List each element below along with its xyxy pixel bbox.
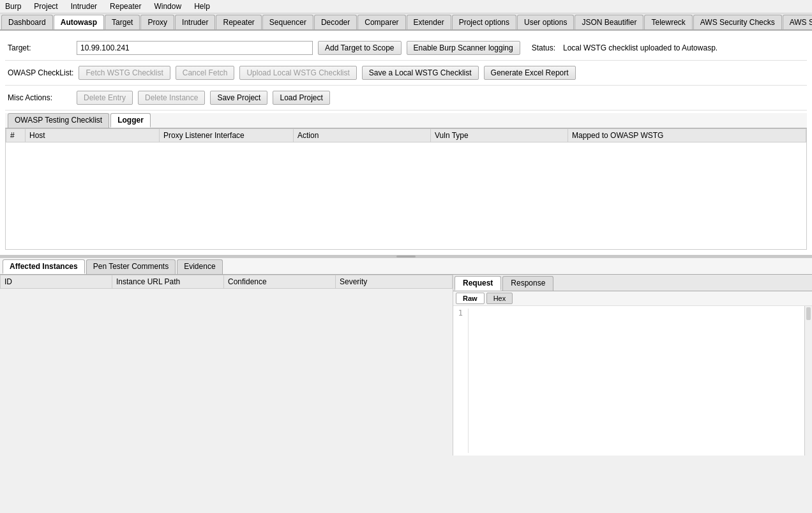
menu-burp[interactable]: Burp bbox=[3, 1, 24, 11]
col-id: ID bbox=[1, 275, 112, 289]
tab-intruder[interactable]: Intruder bbox=[175, 15, 215, 29]
bottom-pane: Affected Instances Pen Tester Comments E… bbox=[0, 257, 812, 456]
menu-window[interactable]: Window bbox=[151, 1, 184, 11]
col-severity: Severity bbox=[336, 275, 453, 289]
tab-evidence[interactable]: Evidence bbox=[177, 259, 222, 274]
tab-proxy[interactable]: Proxy bbox=[140, 15, 174, 29]
line-numbers: 1 bbox=[456, 309, 469, 453]
request-text-content bbox=[474, 309, 809, 453]
misc-actions-label: Misc Actions: bbox=[8, 93, 71, 102]
tab-pen-tester-comments[interactable]: Pen Tester Comments bbox=[86, 259, 176, 274]
logger-table: # Host Proxy Listener Interface Action V… bbox=[6, 128, 806, 142]
enable-logging-button[interactable]: Enable Burp Scanner logging bbox=[407, 41, 520, 55]
tab-autowasp[interactable]: Autowasp bbox=[54, 15, 104, 31]
owasp-checklist-label: OWASP CheckList: bbox=[8, 68, 73, 77]
subtab-raw[interactable]: Raw bbox=[456, 293, 485, 304]
target-row: Target: Add Target to Scope Enable Burp … bbox=[5, 36, 807, 61]
instances-table-container: ID Instance URL Path Confidence Severity bbox=[0, 275, 453, 456]
tab-owasp-testing-checklist[interactable]: OWASP Testing Checklist bbox=[8, 113, 109, 128]
owasp-checklist-row: OWASP CheckList: Fetch WSTG Checklist Ca… bbox=[5, 61, 807, 86]
col-instance-url: Instance URL Path bbox=[112, 275, 224, 289]
target-input[interactable] bbox=[77, 41, 313, 55]
fetch-wstg-button[interactable]: Fetch WSTG Checklist bbox=[79, 66, 170, 80]
col-mapped-owasp: Mapped to OWASP WSTG bbox=[568, 129, 806, 142]
main-content: Target: Add Target to Scope Enable Burp … bbox=[0, 31, 812, 255]
col-vuln-type: Vuln Type bbox=[431, 129, 568, 142]
inner-tab-bar: OWASP Testing Checklist Logger bbox=[5, 113, 807, 128]
add-target-button[interactable]: Add Target to Scope bbox=[318, 41, 402, 55]
menu-bar: Burp Project Intruder Repeater Window He… bbox=[0, 0, 812, 13]
tab-request[interactable]: Request bbox=[455, 276, 501, 291]
line-number-1: 1 bbox=[456, 309, 463, 318]
status-label: Status: bbox=[532, 43, 555, 52]
tab-dashboard[interactable]: Dashboard bbox=[1, 15, 53, 29]
tab-decoder[interactable]: Decoder bbox=[314, 15, 357, 29]
col-host: Host bbox=[26, 129, 160, 142]
tab-user-options[interactable]: User options bbox=[517, 15, 574, 29]
tab-target[interactable]: Target bbox=[105, 15, 140, 29]
col-number: # bbox=[6, 129, 26, 142]
instances-table: ID Instance URL Path Confidence Severity bbox=[0, 275, 453, 289]
tab-affected-instances[interactable]: Affected Instances bbox=[3, 259, 85, 274]
tab-aws-signer[interactable]: AWS Signer bbox=[783, 15, 812, 29]
bottom-tab-bar: Affected Instances Pen Tester Comments E… bbox=[0, 258, 812, 275]
upload-wstg-button[interactable]: Upload Local WSTG Checklist bbox=[239, 66, 356, 80]
cancel-fetch-button[interactable]: Cancel Fetch bbox=[176, 66, 235, 80]
logger-table-container: # Host Proxy Listener Interface Action V… bbox=[5, 128, 807, 250]
request-sub-tab-bar: Raw Hex bbox=[453, 291, 812, 306]
tab-aws-security[interactable]: AWS Security Checks bbox=[693, 15, 782, 29]
col-action: Action bbox=[294, 129, 431, 142]
tab-logger[interactable]: Logger bbox=[110, 113, 151, 128]
target-label: Target: bbox=[8, 43, 71, 52]
save-wstg-button[interactable]: Save a Local WSTG Checklist bbox=[362, 66, 479, 80]
generate-excel-button[interactable]: Generate Excel Report bbox=[484, 66, 576, 80]
tab-response[interactable]: Response bbox=[502, 276, 553, 291]
menu-help[interactable]: Help bbox=[192, 1, 213, 11]
vertical-scrollbar[interactable] bbox=[804, 306, 812, 456]
request-pane: Request Response Raw Hex 1 bbox=[453, 275, 812, 456]
delete-instance-button[interactable]: Delete Instance bbox=[138, 91, 205, 105]
save-project-button[interactable]: Save Project bbox=[210, 91, 267, 105]
request-tab-bar: Request Response bbox=[453, 275, 812, 291]
subtab-hex[interactable]: Hex bbox=[486, 293, 513, 304]
col-proxy-listener: Proxy Listener Interface bbox=[160, 129, 294, 142]
request-content-area: 1 bbox=[453, 306, 812, 456]
delete-entry-button[interactable]: Delete Entry bbox=[77, 91, 133, 105]
tab-comparer[interactable]: Comparer bbox=[357, 15, 405, 29]
load-project-button[interactable]: Load Project bbox=[273, 91, 329, 105]
tab-json-beautifier[interactable]: JSON Beautifier bbox=[575, 15, 643, 29]
tab-repeater[interactable]: Repeater bbox=[216, 15, 261, 29]
status-text: Local WSTG checklist uploaded to Autowas… bbox=[563, 43, 718, 52]
menu-repeater[interactable]: Repeater bbox=[107, 1, 144, 11]
main-tab-bar: Dashboard Autowasp Target Proxy Intruder… bbox=[0, 13, 812, 31]
menu-project[interactable]: Project bbox=[31, 1, 60, 11]
tab-telewreck[interactable]: Telewreck bbox=[644, 15, 692, 29]
misc-actions-row: Misc Actions: Delete Entry Delete Instan… bbox=[5, 86, 807, 111]
tab-sequencer[interactable]: Sequencer bbox=[262, 15, 313, 29]
menu-intruder[interactable]: Intruder bbox=[68, 1, 100, 11]
bottom-content: ID Instance URL Path Confidence Severity… bbox=[0, 275, 812, 456]
tab-project-options[interactable]: Project options bbox=[452, 15, 516, 29]
scrollbar-thumb[interactable] bbox=[806, 307, 811, 320]
col-confidence: Confidence bbox=[224, 275, 336, 289]
tab-extender[interactable]: Extender bbox=[407, 15, 451, 29]
